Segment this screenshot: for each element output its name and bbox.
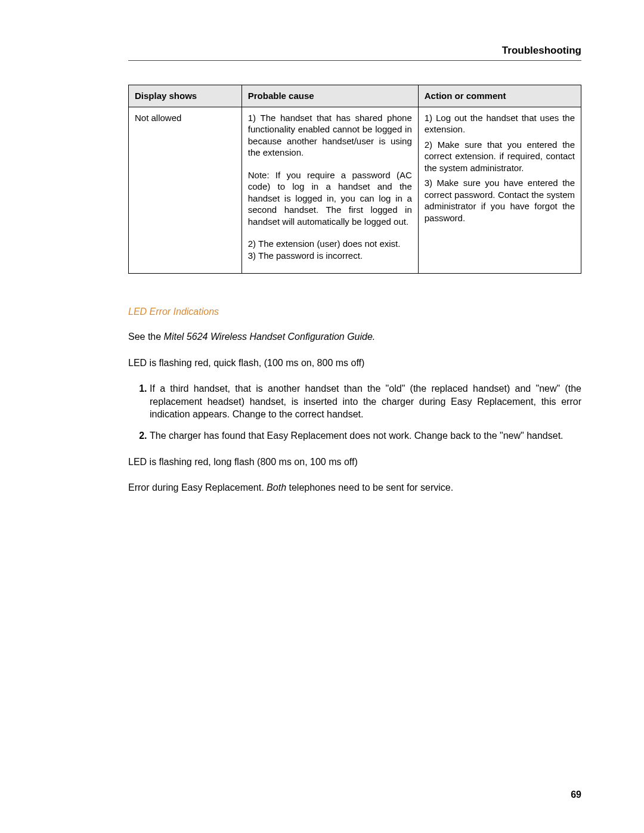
cell-display: Not allowed (129, 107, 242, 274)
error-line: Error during Easy Replacement. Both tele… (128, 481, 581, 494)
action-item-1: 1) Log out the handset that uses the ext… (425, 112, 575, 135)
list-item: The charger has found that Easy Replacem… (150, 429, 581, 442)
action-item-3: 3) Make sure you have entered the correc… (425, 177, 575, 224)
table-row: Not allowed 1) The handset that has shar… (129, 107, 581, 274)
led-quick-flash-line: LED is flashing red, quick flash, (100 m… (128, 357, 581, 370)
cell-cause: 1) The handset that has shared phone fun… (242, 107, 418, 274)
th-display-shows: Display shows (129, 85, 242, 107)
guide-title: Mitel 5624 Wireless Handset Configuratio… (164, 332, 376, 342)
cause-item-2: 2) The extension (user) does not exist. (248, 238, 412, 250)
table-header-row: Display shows Probable cause Action or c… (129, 85, 581, 107)
cause-note: Note: If you require a password (AC code… (248, 169, 412, 228)
body-text-2: LED is flashing red, long flash (800 ms … (128, 456, 581, 494)
cause-item-1: 1) The handset that has shared phone fun… (248, 112, 412, 159)
running-header: Troubleshooting (128, 45, 581, 61)
error-prefix: Error during Easy Replacement. (128, 482, 267, 493)
list-item: If a third handset, that is another hand… (150, 382, 581, 421)
cause-item-3: 3) The password is incorrect. (248, 250, 412, 262)
page-number: 69 (571, 789, 581, 800)
error-suffix: telephones need to be sent for service. (286, 482, 453, 493)
section-heading-led: LED Error Indications (128, 306, 581, 317)
error-italic: Both (267, 482, 286, 493)
numbered-list: If a third handset, that is another hand… (128, 382, 581, 442)
see-prefix: See the (128, 332, 164, 342)
th-action-comment: Action or comment (418, 85, 581, 107)
th-probable-cause: Probable cause (242, 85, 418, 107)
see-guide-line: See the Mitel 5624 Wireless Handset Conf… (128, 330, 581, 343)
body-text: See the Mitel 5624 Wireless Handset Conf… (128, 330, 581, 369)
page: Troubleshooting Display shows Probable c… (0, 0, 644, 833)
led-long-flash-line: LED is flashing red, long flash (800 ms … (128, 456, 581, 469)
action-item-2: 2) Make sure that you entered the correc… (425, 139, 575, 174)
troubleshooting-table: Display shows Probable cause Action or c… (128, 85, 581, 274)
cell-action: 1) Log out the handset that uses the ext… (418, 107, 581, 274)
